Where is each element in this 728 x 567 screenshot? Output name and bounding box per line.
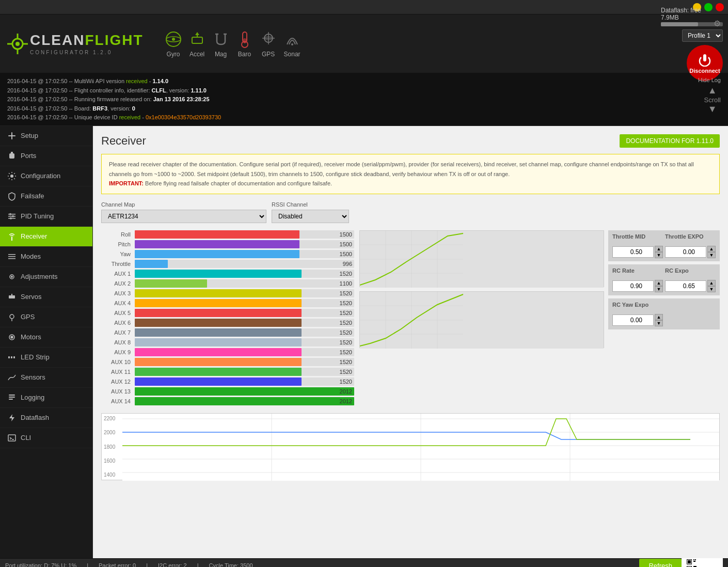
sidebar-item-gps[interactable]: GPS [0,307,92,327]
channel-value-15: 1520 [340,377,352,386]
rc-yaw-expo-label: RC Yaw Expo [612,302,716,310]
channel-map-label: Channel Map [101,201,266,208]
rc-yaw-expo-up[interactable]: ▲ [655,314,663,320]
doc-button[interactable]: DOCUMENTATION FOR 1.11.0 [620,134,720,148]
y-label-2000: 2000 [104,430,120,435]
sidebar-item-motors[interactable]: Motors [0,327,92,348]
svg-rect-38 [8,258,15,259]
sidebar-item-configuration[interactable]: Configuration [0,166,92,186]
cycle-time: Cycle Time: 3500 [209,562,253,567]
channel-bar-8 [135,309,302,317]
sidebar-item-led-strip[interactable]: LED Strip [0,348,92,368]
sidebar-item-failsafe[interactable]: Failsafe [0,186,92,207]
svg-rect-41 [9,295,15,298]
sidebar-item-servos[interactable]: Servos [0,287,92,307]
channel-bar-3 [135,260,168,268]
gear-icon-sidebar [7,171,17,181]
channel-bar-7 [135,299,302,307]
channel-value-5: 1100 [340,279,352,288]
channel-name-14: AUX 11 [101,369,135,375]
channel-value-17: 2012 [340,397,352,405]
throttle-mid-input[interactable] [612,246,654,258]
scroll-up-icon[interactable]: ▲ [708,85,717,96]
nav-gyro[interactable]: Gyro [164,30,183,58]
logo-clean: CLEAN [30,32,85,48]
throttle-mid-down[interactable]: ▼ [655,252,663,258]
channel-map-select[interactable]: AETR1234 TAER1234 RETA1234 [101,210,266,223]
logo-text: CLEANFLIGHT CONFIGURATOR 1.2.0 [30,32,144,55]
mag-icon [212,30,230,49]
rc-expo-input[interactable] [665,280,706,292]
sidebar-item-modes[interactable]: Modes [0,247,92,267]
rc-yaw-expo-input[interactable] [612,314,654,326]
sensors-icon [7,373,17,382]
sidebar-label-setup: Setup [21,132,38,139]
rc-rate-graph [359,291,604,348]
gear-icon[interactable]: ⚙ [714,19,721,28]
channel-bar-wrap-17: 2012 [135,397,354,405]
disconnect-button[interactable]: Disconnect [687,45,723,81]
sidebar-label-failsafe: Failsafe [21,192,44,200]
channel-row-aux-13: AUX 132012 [101,387,354,396]
channel-value-4: 1520 [340,270,352,278]
channel-name-0: Roll [101,231,135,238]
rc-rate-up[interactable]: ▲ [655,280,663,286]
svg-rect-27 [12,152,13,154]
sidebar: Setup Ports Configuration Failsafe PID T… [0,126,93,558]
chart-y-labels: 2200 2000 1800 1600 1400 [102,414,122,480]
channels-panel: Roll1500Pitch1500Yaw1500Throttle996AUX 1… [101,230,354,407]
throttle-expo-down[interactable]: ▼ [707,252,716,258]
terminal-icon [7,433,17,443]
titlebar [0,0,728,14]
hide-log-button[interactable]: Hide Log [698,77,721,83]
channel-value-12: 1520 [340,348,352,356]
topbar-right: ⚙ Dataflash: free 7.9MB Profile 1 Profil… [661,7,723,81]
svg-rect-50 [9,397,15,398]
svg-point-34 [10,217,12,219]
gyro-label: Gyro [167,51,180,58]
profile-select[interactable]: Profile 1 Profile 2 Profile 3 [682,29,723,42]
throttle-expo-input[interactable] [665,246,706,258]
throttle-expo-up[interactable]: ▲ [707,246,716,252]
sidebar-item-receiver[interactable]: Receiver [0,227,92,247]
sidebar-label-gps: GPS [21,313,35,321]
nav-accel[interactable]: Accel [188,30,207,58]
channel-name-16: AUX 13 [101,388,135,395]
throttle-mid-up[interactable]: ▲ [655,246,663,252]
rc-rate-input[interactable] [612,280,654,292]
nav-baro[interactable]: Baro [235,30,254,58]
logo-title: CLEANFLIGHT [30,32,144,49]
flash-icon [7,413,17,422]
rc-rate-down[interactable]: ▼ [655,286,663,292]
rc-yaw-expo-down[interactable]: ▼ [655,320,663,326]
y-label-2200: 2200 [104,416,120,421]
sidebar-item-logging[interactable]: Logging [0,388,92,408]
channel-row-pitch: Pitch1500 [101,240,354,248]
sidebar-item-ports[interactable]: Ports [0,146,92,166]
svg-point-32 [9,213,11,215]
throttle-graph-svg [360,231,604,288]
sidebar-item-pid-tuning[interactable]: PID Tuning [0,207,92,227]
sidebar-item-cli[interactable]: CLI [0,428,92,448]
channel-row-roll: Roll1500 [101,230,354,239]
scroll-down-icon[interactable]: ▼ [708,104,717,115]
control-group-header: Throttle MID Throttle EXPO [612,233,716,242]
refresh-button[interactable]: Refresh [639,559,682,567]
nav-sonar[interactable]: Sonar [283,30,302,58]
channel-value-8: 1520 [340,309,352,317]
svg-point-5 [15,42,20,46]
baro-icon [235,30,254,49]
rc-expo-up[interactable]: ▲ [707,280,716,286]
nav-mag[interactable]: Mag [212,30,230,58]
channel-bar-2 [135,250,299,258]
rc-expo-down[interactable]: ▼ [707,286,716,292]
rssi-select[interactable]: Disabled AUX 1 AUX 2 AUX 3 [272,210,349,223]
svg-rect-36 [8,254,15,255]
sidebar-item-sensors[interactable]: Sensors [0,368,92,388]
sidebar-item-dataflash[interactable]: Dataflash [0,408,92,428]
nav-gps[interactable]: GPS [259,30,278,58]
packet-error: Packet error: 0 [99,562,136,567]
sidebar-item-adjustments[interactable]: Adjustments [0,267,92,287]
sidebar-label-adjustments: Adjustments [21,273,58,280]
sidebar-item-setup[interactable]: Setup [0,126,92,146]
